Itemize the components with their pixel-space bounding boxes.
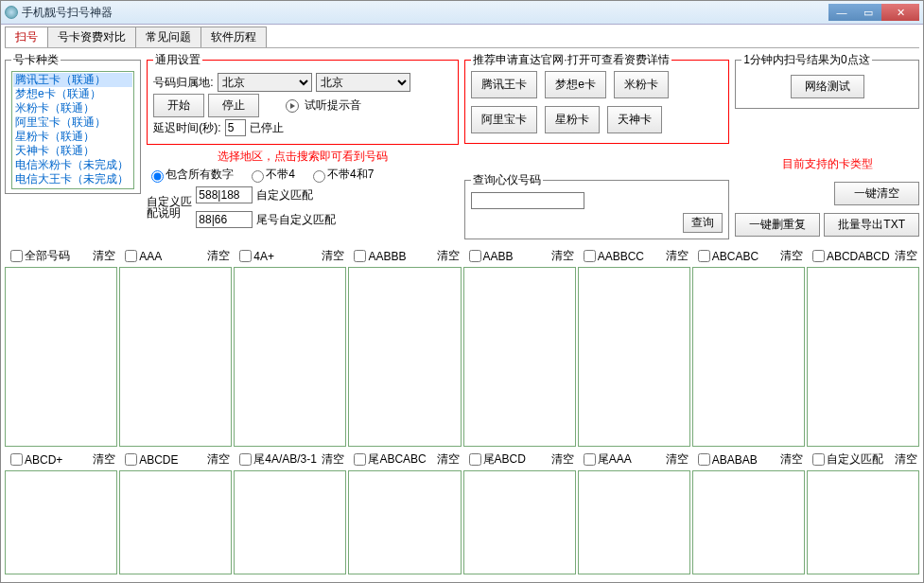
panel-checkbox[interactable]: ABCDABCD [809, 247, 890, 265]
play-icon[interactable] [286, 99, 299, 113]
panel-listbox[interactable] [463, 470, 576, 574]
panel-listbox[interactable] [807, 470, 919, 574]
panel-checkbox[interactable]: AAA [121, 247, 162, 265]
panel-listbox[interactable] [234, 470, 346, 574]
panel-clear-button[interactable]: 清空 [666, 451, 689, 468]
panel-label: ABABAB [712, 453, 758, 467]
custom-match-label: 自定义匹配说明 [147, 196, 192, 219]
start-button[interactable]: 开始 [153, 94, 204, 117]
panel-label: 尾ABCD [483, 451, 526, 468]
list-item[interactable]: 星粉卡（联通） [13, 130, 132, 144]
tab-faq[interactable]: 常见问题 [135, 26, 201, 47]
rec-card-button[interactable]: 米粉卡 [614, 71, 669, 98]
panel-listbox[interactable] [578, 470, 690, 574]
panel-clear-button[interactable]: 清空 [437, 248, 460, 264]
panel-clear-button[interactable]: 清空 [437, 451, 460, 468]
panel-clear-button[interactable]: 清空 [666, 248, 689, 264]
custom-match-input-2[interactable] [196, 211, 253, 228]
stop-button[interactable]: 停止 [208, 94, 259, 117]
panel-listbox[interactable] [348, 267, 461, 447]
minimize-button[interactable]: — [828, 4, 855, 21]
panel-listbox[interactable] [5, 470, 117, 574]
panel-clear-button[interactable]: 清空 [895, 451, 917, 468]
panel-checkbox[interactable]: 尾ABCABC [350, 450, 426, 468]
panel-listbox[interactable] [119, 267, 232, 447]
panel-checkbox[interactable]: 全部号码 [7, 247, 70, 265]
city-select[interactable]: 北京 [316, 73, 410, 92]
list-item[interactable]: 阿里宝卡（联通） [13, 115, 132, 130]
close-button[interactable]: ✕ [881, 4, 919, 21]
supported-note: 目前支持的卡类型 [735, 156, 919, 172]
rec-card-button[interactable]: 星粉卡 [545, 106, 600, 133]
panel-checkbox[interactable]: 4A+ [235, 247, 274, 265]
panel-listbox[interactable] [119, 470, 232, 574]
dedup-button[interactable]: 一键删重复 [735, 213, 820, 237]
panel-listbox[interactable] [578, 267, 690, 447]
radio-no4[interactable]: 不带4 [247, 167, 295, 183]
panel-checkbox[interactable]: 尾ABCD [465, 450, 526, 468]
panel-clear-button[interactable]: 清空 [780, 451, 803, 468]
panel-listbox[interactable] [463, 267, 576, 447]
list-item[interactable]: 电信米粉卡（未完成） [13, 158, 132, 172]
delay-label: 延迟时间(秒): [153, 120, 220, 136]
panel-listbox[interactable] [692, 267, 805, 447]
panel-clear-button[interactable]: 清空 [895, 248, 917, 264]
list-item[interactable]: 天神卡（联通） [13, 144, 132, 158]
list-item[interactable]: 腾讯王卡（联通） [13, 73, 132, 87]
panel-label: AABB [483, 250, 514, 263]
radio-no47[interactable]: 不带4和7 [308, 167, 374, 183]
rec-card-button[interactable]: 阿里宝卡 [471, 106, 537, 133]
panel-label: ABCD+ [25, 453, 62, 467]
rec-card-button[interactable]: 腾讯王卡 [471, 71, 537, 98]
panel-listbox[interactable] [692, 470, 805, 574]
panel-checkbox[interactable]: AABB [465, 247, 514, 265]
export-txt-button[interactable]: 批量导出TXT [824, 213, 919, 237]
panel-clear-button[interactable]: 清空 [322, 248, 344, 264]
panel-checkbox[interactable]: AABBB [350, 247, 406, 265]
query-input[interactable] [471, 192, 584, 209]
panel-label: 自定义匹配 [827, 451, 883, 468]
rec-card-button[interactable]: 梦想e卡 [545, 71, 606, 98]
panel-clear-button[interactable]: 清空 [207, 248, 230, 264]
tab-bar: 扫号 号卡资费对比 常见问题 软件历程 [5, 26, 919, 48]
panel-checkbox[interactable]: 尾AAA [580, 450, 632, 468]
panel-checkbox[interactable]: 自定义匹配 [809, 450, 883, 468]
custom-match-input-1[interactable] [196, 186, 253, 203]
panel-clear-button[interactable]: 清空 [551, 451, 574, 468]
delay-input[interactable] [225, 119, 246, 136]
panel-listbox[interactable] [807, 267, 919, 447]
maximize-button[interactable]: ▭ [855, 4, 881, 21]
tab-history[interactable]: 软件历程 [200, 26, 267, 47]
query-button[interactable]: 查询 [683, 213, 723, 233]
list-item[interactable]: 米粉卡（联通） [13, 101, 132, 115]
panel-clear-button[interactable]: 清空 [322, 451, 344, 468]
panel-clear-button[interactable]: 清空 [93, 451, 115, 468]
tab-scan[interactable]: 扫号 [5, 26, 48, 47]
list-item[interactable]: 电信大王卡（未完成） [13, 172, 132, 186]
location-label: 号码归属地: [153, 75, 213, 91]
network-test-button[interactable]: 网络测试 [791, 75, 864, 98]
panel-label: 4A+ [253, 250, 274, 263]
radio-all[interactable]: 包含所有数字 [147, 167, 234, 183]
tab-compare[interactable]: 号卡资费对比 [47, 26, 136, 47]
panel-clear-button[interactable]: 清空 [551, 248, 574, 264]
list-item[interactable]: 梦想e卡（联通） [13, 87, 132, 101]
clear-all-button[interactable]: 一键清空 [834, 182, 919, 205]
panel-checkbox[interactable]: ABCD+ [7, 450, 62, 468]
panel-checkbox[interactable]: ABABAB [694, 450, 758, 468]
rec-card-button[interactable]: 天神卡 [607, 106, 662, 133]
panel-checkbox[interactable]: AABBCC [580, 247, 644, 265]
panel-checkbox[interactable]: ABCABC [694, 247, 758, 265]
panel-checkbox[interactable]: ABCDE [121, 450, 178, 468]
panel-checkbox[interactable]: 尾4A/AB/3-1 [235, 450, 317, 468]
tone-label[interactable]: 试听提示音 [305, 97, 361, 114]
panel-listbox[interactable] [234, 267, 346, 447]
panel-listbox[interactable] [5, 267, 117, 447]
cardtype-listbox[interactable]: 腾讯王卡（联通） 梦想e卡（联通） 米粉卡（联通） 阿里宝卡（联通） 星粉卡（联… [11, 71, 134, 189]
panel-label: 全部号码 [25, 248, 70, 264]
panel-clear-button[interactable]: 清空 [780, 248, 803, 264]
panel-listbox[interactable] [348, 470, 461, 574]
province-select[interactable]: 北京 [218, 73, 312, 92]
panel-clear-button[interactable]: 清空 [93, 248, 115, 264]
panel-clear-button[interactable]: 清空 [207, 451, 230, 468]
